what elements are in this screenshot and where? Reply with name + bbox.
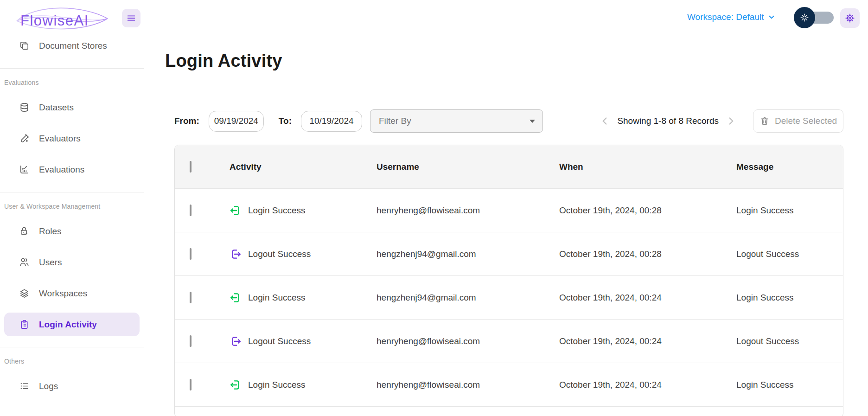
database-icon <box>19 102 30 113</box>
table-row: Login Success henryheng@flowiseai.com Oc… <box>175 363 843 406</box>
chevron-down-icon <box>767 13 776 21</box>
logout-icon <box>230 335 242 347</box>
sidebar-item-label: Datasets <box>39 102 74 113</box>
workspace-label: Workspace: Default <box>687 12 764 22</box>
message-cell: Logout Success <box>736 336 843 346</box>
sidebar-section-title: User & Workspace Management <box>4 203 140 210</box>
delete-selected-button[interactable]: Delete Selected <box>753 109 843 133</box>
clipboard-list-icon <box>19 319 30 330</box>
login-icon <box>230 205 242 217</box>
to-date-input[interactable]: 10/19/2024 <box>301 111 362 132</box>
delete-selected-label: Delete Selected <box>775 116 837 126</box>
sidebar-item-label: Logs <box>39 381 58 391</box>
sidebar-item-label: Users <box>39 257 62 268</box>
pagination-summary: Showing 1-8 of 8 Records <box>617 116 719 126</box>
select-all-checkbox[interactable] <box>190 161 191 173</box>
sidebar-item-evaluations[interactable]: Evaluations <box>4 158 140 181</box>
chevron-right-icon <box>725 115 737 127</box>
column-header-when: When <box>559 162 736 172</box>
logo-text: FlowiseAI <box>20 13 89 29</box>
login-icon <box>230 379 242 391</box>
main-content: Login Activity From: 09/19/2024 To: 10/1… <box>144 40 868 416</box>
settings-button[interactable] <box>840 8 860 28</box>
activity-label: Logout Success <box>248 336 311 346</box>
column-header-activity: Activity <box>230 162 377 172</box>
table-row-partial <box>175 406 843 416</box>
activity-label: Logout Success <box>248 249 311 259</box>
message-cell: Login Success <box>736 205 843 216</box>
list-icon <box>19 381 30 391</box>
users-icon <box>19 257 30 268</box>
when-cell: October 19th, 2024, 00:24 <box>559 336 736 346</box>
table-header-row: Activity Username When Message <box>175 145 843 188</box>
copy-icon <box>19 40 30 51</box>
filter-by-placeholder: Filter By <box>379 116 411 126</box>
sidebar-item-evaluators[interactable]: Evaluators <box>4 127 140 150</box>
table-row: Logout Success henryheng@flowiseai.com O… <box>175 319 843 363</box>
trash-icon <box>760 116 770 126</box>
sidebar-item-login-activity[interactable]: Login Activity <box>4 313 140 336</box>
toggle-thumb <box>794 7 815 28</box>
column-header-message: Message <box>736 162 843 172</box>
layers-icon <box>19 288 30 299</box>
gear-icon <box>844 13 855 24</box>
row-checkbox[interactable] <box>190 292 191 303</box>
table-row: Login Success henryheng@flowiseai.com Oc… <box>175 188 843 232</box>
when-cell: October 19th, 2024, 00:28 <box>559 249 736 259</box>
workspace-selector[interactable]: Workspace: Default <box>687 12 776 22</box>
menu-icon <box>126 13 136 23</box>
username-cell: hengzhenj94@gmail.com <box>377 249 559 259</box>
filter-by-select[interactable]: Filter By <box>370 109 543 133</box>
when-cell: October 19th, 2024, 00:28 <box>559 205 736 216</box>
sidebar-item-label: Document Stores <box>39 41 107 51</box>
sidebar-item-workspaces[interactable]: Workspaces <box>4 282 140 305</box>
previous-page-button[interactable] <box>599 115 611 127</box>
when-cell: October 19th, 2024, 00:24 <box>559 380 736 390</box>
message-cell: Login Success <box>736 293 843 303</box>
test-pipe-icon <box>19 133 30 144</box>
sidebar-section-title: Evaluations <box>4 79 140 86</box>
activity-label: Login Success <box>248 293 306 303</box>
sidebar-item-label: Login Activity <box>39 320 97 330</box>
column-header-username: Username <box>377 162 559 172</box>
activity-label: Login Success <box>248 205 306 216</box>
sidebar-item-datasets[interactable]: Datasets <box>4 96 140 119</box>
table-row: Logout Success hengzhenj94@gmail.com Oct… <box>175 232 843 275</box>
dark-mode-toggle[interactable] <box>794 6 834 29</box>
from-label: From: <box>174 116 199 126</box>
next-page-button[interactable] <box>725 115 737 127</box>
sidebar: Document Stores Evaluations Datasets Eva… <box>0 40 144 416</box>
from-date-input[interactable]: 09/19/2024 <box>209 111 264 132</box>
row-checkbox[interactable] <box>190 205 191 216</box>
message-cell: Logout Success <box>736 249 843 259</box>
sidebar-item-label: Workspaces <box>39 288 87 299</box>
logout-icon <box>230 248 242 260</box>
sidebar-item-label: Evaluators <box>39 134 81 144</box>
sidebar-item-logs[interactable]: Logs <box>4 374 140 398</box>
to-label: To: <box>279 116 292 126</box>
activity-label: Login Success <box>248 380 306 390</box>
login-activity-table: Activity Username When Message Login Suc… <box>174 145 843 416</box>
sidebar-toggle-button[interactable] <box>122 9 140 27</box>
lock-check-icon <box>19 226 30 237</box>
chart-icon <box>19 164 30 175</box>
sidebar-item-users[interactable]: Users <box>4 250 140 274</box>
top-header: FlowiseAI Workspace: Default <box>0 0 868 40</box>
login-icon <box>230 292 242 304</box>
sidebar-item-label: Roles <box>39 226 62 237</box>
table-row: Login Success hengzhenj94@gmail.com Octo… <box>175 275 843 319</box>
row-checkbox[interactable] <box>190 248 191 260</box>
row-checkbox[interactable] <box>190 335 191 347</box>
sidebar-divider <box>0 192 144 192</box>
sun-icon <box>799 12 810 23</box>
chevron-left-icon <box>599 115 611 127</box>
when-cell: October 19th, 2024, 00:24 <box>559 293 736 303</box>
row-checkbox[interactable] <box>190 379 191 390</box>
sidebar-divider <box>0 347 144 347</box>
username-cell: henryheng@flowiseai.com <box>377 205 559 216</box>
sidebar-item-roles[interactable]: Roles <box>4 219 140 243</box>
flowise-logo: FlowiseAI <box>13 5 111 34</box>
message-cell: Login Success <box>736 380 843 390</box>
pagination: Showing 1-8 of 8 Records <box>599 115 737 127</box>
sidebar-item-document-stores[interactable]: Document Stores <box>4 40 140 58</box>
